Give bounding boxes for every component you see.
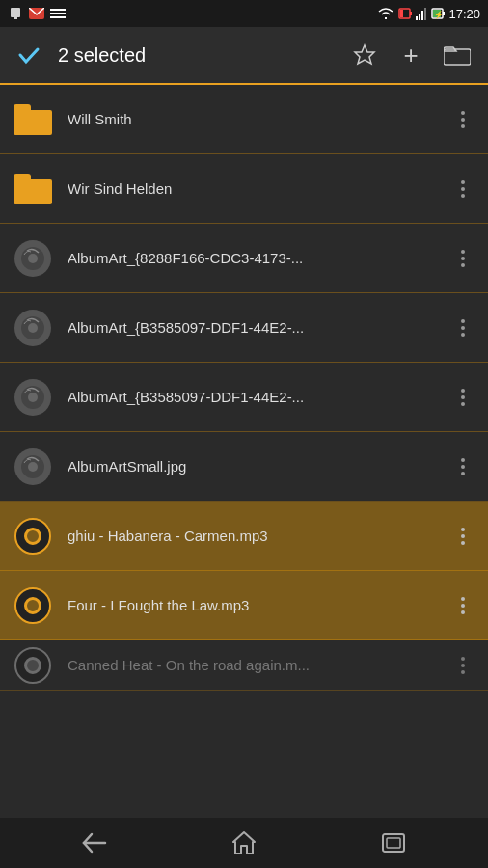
more-options-button[interactable]: [449, 176, 476, 202]
add-button[interactable]: +: [392, 36, 430, 74]
bars-icon: [50, 8, 66, 19]
notification-icon: [8, 6, 23, 21]
album-art-icon: [12, 307, 54, 349]
selected-count-text: 2 selected: [58, 44, 334, 67]
folder-button[interactable]: [438, 36, 476, 74]
item-name: AlbumArt_{B3585097-DDF1-44E2-...: [68, 319, 449, 336]
list-item[interactable]: AlbumArt_{B3585097-DDF1-44E2-...: [0, 293, 488, 363]
svg-rect-11: [421, 11, 423, 20]
status-bar-right: ⚡ 17:20: [377, 7, 480, 21]
item-name: Wir Sind Helden: [68, 180, 449, 197]
list-item[interactable]: Will Smith: [0, 85, 488, 154]
svg-marker-28: [233, 832, 255, 854]
svg-point-26: [28, 462, 38, 472]
item-name: ghiu - Habanera - Carmen.mp3: [68, 528, 449, 544]
music-icon: [12, 515, 54, 557]
more-options-button[interactable]: [449, 385, 476, 410]
list-item[interactable]: AlbumArt_{B3585097-DDF1-44E2-...: [0, 363, 488, 432]
album-art-icon: [12, 237, 54, 280]
svg-rect-3: [50, 9, 66, 11]
svg-rect-9: [416, 16, 418, 20]
back-button[interactable]: [73, 822, 116, 864]
list-item[interactable]: ghiu - Habanera - Carmen.mp3: [0, 502, 488, 571]
star-button[interactable]: [345, 36, 384, 74]
action-icons: +: [345, 36, 476, 74]
svg-point-24: [28, 393, 38, 402]
item-name: Will Smith: [68, 111, 449, 127]
list-item[interactable]: AlbumArtSmall.jpg: [0, 432, 488, 502]
list-item[interactable]: Four - I Fought the Law.mp3: [0, 571, 488, 640]
svg-rect-5: [50, 16, 66, 18]
folder-icon: [12, 98, 54, 141]
item-name: AlbumArtSmall.jpg: [68, 458, 449, 475]
svg-rect-0: [11, 8, 20, 17]
svg-rect-12: [424, 8, 426, 20]
more-options-button[interactable]: [449, 653, 476, 678]
album-art-icon: [12, 376, 54, 419]
svg-text:⚡: ⚡: [434, 10, 444, 19]
svg-rect-30: [387, 838, 400, 848]
signal-icon: [416, 7, 427, 20]
recents-button[interactable]: [372, 822, 415, 864]
more-options-button[interactable]: [449, 593, 476, 618]
item-name: Canned Heat - On the road again.m...: [68, 657, 449, 673]
list-item[interactable]: AlbumArt_{8288F166-CDC3-4173-...: [0, 224, 488, 293]
item-name: AlbumArt_{B3585097-DDF1-44E2-...: [68, 389, 449, 405]
svg-point-20: [28, 254, 38, 263]
more-options-button[interactable]: [449, 454, 476, 479]
more-options-button[interactable]: [449, 107, 476, 132]
wifi-icon: [377, 7, 394, 20]
svg-point-22: [28, 323, 38, 333]
status-bar: ⚡ 17:20: [0, 0, 488, 27]
item-name: AlbumArt_{8288F166-CDC3-4173-...: [68, 250, 449, 266]
battery-low-icon: [398, 7, 412, 20]
more-options-button[interactable]: [449, 315, 476, 340]
folder-icon: [12, 168, 54, 210]
home-button[interactable]: [223, 822, 265, 864]
action-bar: 2 selected +: [0, 27, 488, 85]
svg-rect-1: [14, 17, 17, 19]
item-name: Four - I Fought the Law.mp3: [68, 597, 449, 613]
svg-rect-10: [419, 14, 420, 20]
svg-rect-7: [410, 12, 412, 15]
list-item[interactable]: Wir Sind Helden: [0, 154, 488, 224]
svg-rect-4: [50, 13, 66, 14]
list-item[interactable]: Canned Heat - On the road again.m...: [0, 640, 488, 691]
music-icon: [12, 644, 54, 687]
battery-charging-icon: ⚡: [431, 7, 445, 20]
music-icon: [12, 584, 54, 627]
gmail-icon: [29, 8, 44, 19]
svg-marker-17: [355, 45, 374, 64]
album-art-icon: [12, 446, 54, 488]
more-options-button[interactable]: [449, 524, 476, 549]
svg-rect-8: [400, 10, 403, 17]
status-bar-left: [8, 6, 66, 21]
file-list: Will Smith Wir Sind Helden AlbumArt: [0, 85, 488, 818]
bottom-nav: [0, 818, 488, 868]
check-button[interactable]: [12, 38, 46, 72]
clock: 17:20: [448, 7, 480, 21]
more-options-button[interactable]: [449, 246, 476, 271]
